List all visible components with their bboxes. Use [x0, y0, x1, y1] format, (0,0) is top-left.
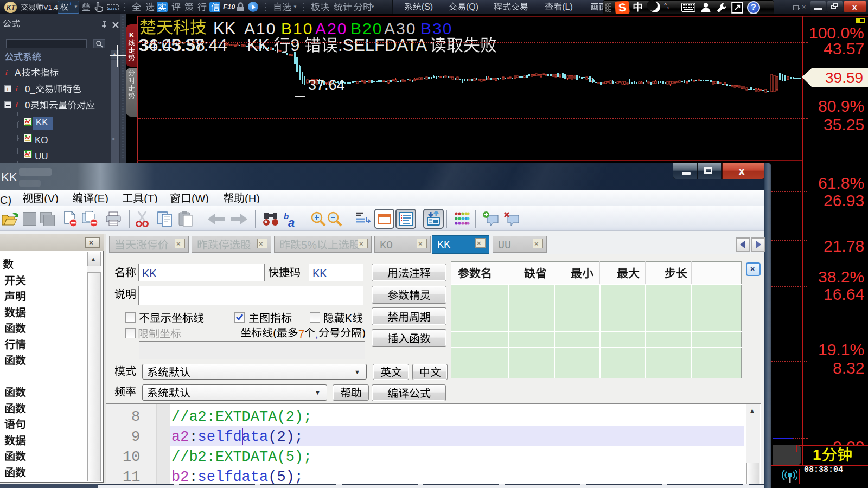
svg-text:(V): (V) — [44, 192, 59, 203]
svg-text:K: K — [345, 312, 353, 323]
svg-text:(E): (E) — [94, 192, 108, 203]
svg-text:(W): (W) — [192, 192, 209, 203]
svg-text:): ) — [362, 327, 366, 338]
svg-text:5%: 5% — [301, 239, 317, 250]
svg-text:(: ( — [273, 327, 277, 338]
svg-text:(H): (H) — [245, 192, 260, 203]
svg-text:(T): (T) — [144, 192, 158, 203]
